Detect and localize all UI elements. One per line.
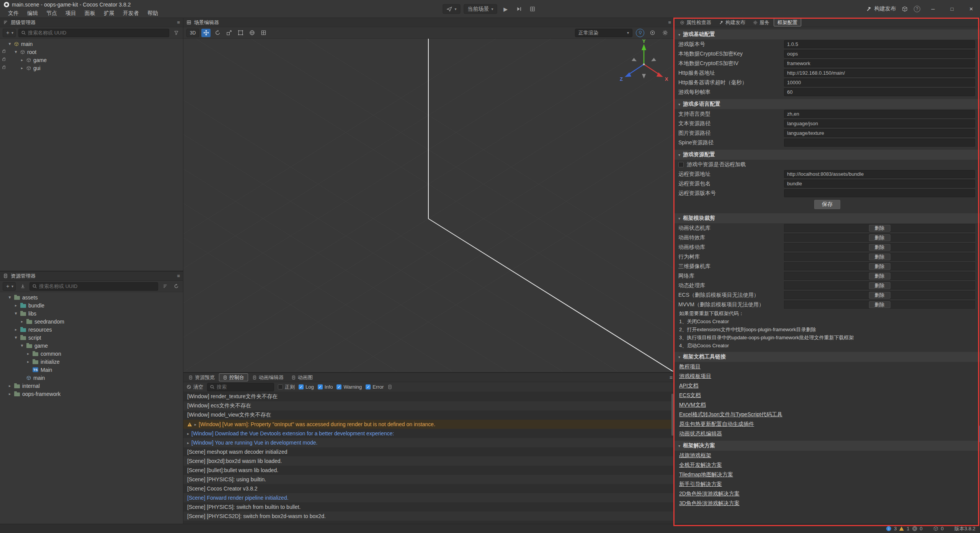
expand-caret-icon[interactable]: ▸ bbox=[187, 432, 189, 436]
move-tool-button[interactable] bbox=[201, 29, 211, 37]
hierarchy-node-gui[interactable]: ▸ gui bbox=[0, 64, 183, 72]
import-asset-button[interactable] bbox=[18, 282, 27, 291]
remote-address-input[interactable] bbox=[784, 170, 975, 178]
asset-node-bundle[interactable]: ▸ bundle bbox=[0, 301, 183, 309]
section-solutions[interactable]: ▾ 框架解决方案 bbox=[675, 441, 980, 451]
expand-caret-icon[interactable]: ▼ bbox=[14, 50, 18, 54]
log-row[interactable]: [Window] ecs文件夹不存在 bbox=[183, 401, 674, 410]
texture-path-input[interactable] bbox=[784, 129, 975, 137]
asset-node-internal[interactable]: ▸ internal bbox=[0, 382, 183, 390]
asset-node-main-ts[interactable]: TS Main bbox=[0, 366, 183, 374]
log-row-info[interactable]: ▸ [Window] You are running Vue in develo… bbox=[183, 438, 674, 447]
expand-caret-icon[interactable]: ▸ bbox=[26, 352, 30, 356]
doc-link[interactable]: MVVM文档 bbox=[679, 402, 706, 409]
info-count-icon[interactable]: i bbox=[886, 526, 891, 531]
asset-node-oops-framework[interactable]: ▸ oops-framework bbox=[0, 390, 183, 398]
game-version-input[interactable] bbox=[784, 40, 975, 48]
doc-link[interactable]: 原生包热更新配置自动生成插件 bbox=[679, 421, 754, 428]
assets-menu-icon[interactable]: ≡ bbox=[177, 273, 180, 279]
assets-sort-button[interactable] bbox=[161, 282, 169, 291]
render-mode-select[interactable]: 正常渲染 ▾ bbox=[575, 29, 632, 37]
export-log-icon[interactable] bbox=[387, 384, 392, 389]
minimize-button[interactable]: ─ bbox=[926, 6, 939, 12]
filter-log-checkbox[interactable]: ✓ Log bbox=[299, 384, 314, 390]
hierarchy-menu-icon[interactable]: ≡ bbox=[177, 20, 180, 25]
text-path-input[interactable] bbox=[784, 119, 975, 128]
play-button[interactable]: ▶ bbox=[501, 4, 511, 14]
log-row[interactable]: [Scene] Cocos Creator v3.8.2 bbox=[183, 484, 674, 493]
scene-select[interactable]: 当前场景 ▾ bbox=[464, 4, 497, 14]
doc-link[interactable]: 游戏模板项目 bbox=[679, 373, 711, 380]
asset-node-assets[interactable]: ▼ assets bbox=[0, 293, 183, 301]
doc-link[interactable]: ECS文档 bbox=[679, 392, 701, 399]
language-types-input[interactable] bbox=[784, 110, 975, 118]
maximize-button[interactable]: □ bbox=[946, 6, 959, 12]
menu-item-edit[interactable]: 编辑 bbox=[23, 10, 42, 17]
asset-node-main-scene[interactable]: main bbox=[0, 374, 183, 382]
rotate-tool-button[interactable] bbox=[213, 29, 222, 37]
scene-menu-icon[interactable]: ≡ bbox=[668, 20, 671, 25]
scrollbar-thumb[interactable] bbox=[671, 394, 673, 436]
expand-caret-icon[interactable]: ▸ bbox=[14, 303, 18, 307]
error-count-icon[interactable]: ✕ bbox=[912, 526, 917, 531]
expand-caret-icon[interactable]: ▸ bbox=[8, 392, 12, 396]
remote-version-input[interactable] bbox=[784, 189, 975, 197]
preview-target-select[interactable]: ▾ bbox=[443, 4, 460, 14]
hierarchy-node-game[interactable]: ▸ game bbox=[0, 56, 183, 64]
log-row[interactable]: [Scene] [PHYSICS2D]: switch from box2d-w… bbox=[183, 512, 674, 521]
task-icon[interactable] bbox=[933, 526, 938, 531]
delete-module-button[interactable]: 删除 bbox=[869, 253, 890, 260]
hierarchy-search-input[interactable] bbox=[28, 30, 167, 36]
lock-icon[interactable] bbox=[2, 51, 5, 53]
camera-preview-button[interactable] bbox=[648, 29, 657, 37]
section-resource-config[interactable]: ▾ 游戏资源配置 bbox=[675, 150, 980, 160]
delete-module-button[interactable]: 删除 bbox=[869, 273, 890, 280]
crypto-iv-input[interactable] bbox=[784, 59, 975, 67]
filter-info-checkbox[interactable]: ✓ Info bbox=[318, 384, 333, 390]
scrollbar-thumb[interactable] bbox=[978, 425, 980, 442]
expand-caret-icon[interactable]: ▸ bbox=[8, 384, 12, 388]
solution-link[interactable]: 3D角色扮演游戏解决方案 bbox=[679, 500, 740, 507]
doc-link[interactable]: API文档 bbox=[679, 383, 699, 389]
help-icon[interactable]: ? bbox=[914, 6, 920, 12]
http-server-input[interactable] bbox=[784, 69, 975, 77]
solution-link[interactable]: 2D角色扮演游戏解决方案 bbox=[679, 490, 740, 497]
console-menu-icon[interactable]: ≡ bbox=[670, 374, 673, 381]
log-row[interactable]: [Scene] [PHYSICS]: switch from builtin t… bbox=[183, 502, 674, 512]
rect-tool-button[interactable] bbox=[236, 29, 245, 37]
expand-caret-icon[interactable]: ▼ bbox=[14, 311, 18, 316]
delete-module-button[interactable]: 删除 bbox=[869, 234, 890, 241]
log-row-info[interactable]: [Scene] Forward render pipeline initiali… bbox=[183, 493, 674, 502]
delete-module-button[interactable]: 删除 bbox=[869, 263, 890, 270]
asset-node-resources[interactable]: ▸ resources bbox=[0, 325, 183, 334]
menu-item-panel[interactable]: 面板 bbox=[80, 10, 100, 17]
tab-property-inspector[interactable]: 属性检查器 bbox=[676, 18, 715, 26]
console-search-input[interactable] bbox=[217, 384, 284, 390]
solution-link[interactable]: 全栈开发解决方案 bbox=[679, 462, 722, 469]
menu-item-file[interactable]: 文件 bbox=[4, 10, 23, 17]
layout-button[interactable] bbox=[528, 4, 537, 14]
tab-framework-config[interactable]: 框架配置 bbox=[774, 18, 801, 26]
delete-module-button[interactable]: 删除 bbox=[869, 225, 890, 232]
delete-module-button[interactable]: 删除 bbox=[869, 282, 890, 289]
solution-link[interactable]: Tiledmap地图解决方案 bbox=[679, 471, 733, 478]
expand-caret-icon[interactable]: ▼ bbox=[20, 343, 24, 348]
delete-module-button[interactable]: 删除 bbox=[869, 244, 890, 251]
filter-warning-checkbox[interactable]: ✓ Warning bbox=[336, 384, 362, 390]
regex-checkbox[interactable]: 正则 bbox=[278, 384, 295, 391]
build-publish-button[interactable]: 构建发布 bbox=[866, 5, 896, 12]
filter-error-checkbox[interactable]: ✓ Error bbox=[366, 384, 384, 390]
tab-animation-editor[interactable]: 动画编辑器 bbox=[249, 373, 287, 381]
toggle-3d-button[interactable]: 3D bbox=[186, 29, 199, 37]
remote-bundle-input[interactable] bbox=[784, 180, 975, 188]
hierarchy-filter-button[interactable] bbox=[172, 29, 180, 37]
tab-console[interactable]: 控制台 bbox=[219, 373, 248, 381]
section-module-trim[interactable]: ▾ 框架模块裁剪 bbox=[675, 213, 980, 223]
step-frame-button[interactable] bbox=[514, 4, 524, 14]
log-row-warning[interactable]: ▸ [Window] [Vue warn]: Property "onInput… bbox=[183, 420, 674, 429]
log-row[interactable]: [Scene] [bullet]:bullet wasm lib loaded. bbox=[183, 466, 674, 475]
expand-caret-icon[interactable]: ▼ bbox=[8, 295, 12, 299]
log-row[interactable]: [Scene] [box2d]:box2d wasm lib loaded. bbox=[183, 456, 674, 466]
scene-settings-button[interactable] bbox=[660, 29, 670, 37]
log-row[interactable]: [Window] model_view文件夹不存在 bbox=[183, 410, 674, 420]
